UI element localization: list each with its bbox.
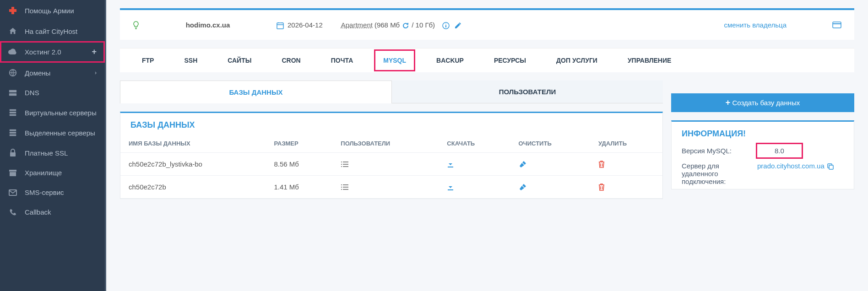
refresh-icon[interactable]	[402, 21, 409, 29]
svg-rect-10	[9, 170, 16, 172]
download-icon[interactable]	[447, 182, 454, 191]
sidebar-label: SMS-сервис	[25, 189, 64, 196]
sidebar-label: На сайт CityHost	[25, 27, 77, 35]
chevron-right-icon: ›	[95, 70, 97, 76]
plus-icon[interactable]: +	[92, 47, 97, 57]
delete-icon[interactable]	[598, 182, 605, 191]
info-icon[interactable]	[442, 21, 450, 29]
tab-manage[interactable]: УПРАВЛЕНИЕ	[618, 48, 681, 72]
remote-server-value: prado.cityhost.com.ua	[757, 162, 844, 170]
svg-rect-13	[277, 23, 283, 29]
svg-rect-6	[10, 129, 16, 131]
cloud-icon	[8, 48, 17, 56]
mail-icon	[8, 189, 17, 196]
col-users: ПОЛЬЗОВАТЕЛИ	[332, 135, 439, 153]
subtab-databases[interactable]: БАЗЫ ДАННЫХ	[120, 81, 392, 103]
svg-rect-3	[10, 109, 16, 111]
svg-rect-2	[9, 93, 16, 95]
remote-server-label: Сервер для удаленного подключения:	[682, 162, 757, 185]
sidebar-item-army-help[interactable]: Помощь Армии	[0, 0, 105, 21]
layers-icon	[8, 108, 17, 117]
clear-icon[interactable]	[519, 159, 527, 168]
expiry-date: 2026-04-12	[277, 21, 323, 29]
tariff-name[interactable]: Apartment	[341, 21, 373, 29]
tariff-info: Apartment (968 Мб / 10 Гб)	[341, 21, 461, 29]
tab-ftp[interactable]: FTP	[132, 48, 164, 72]
sidebar-label: Домены	[25, 69, 50, 77]
table-row: ch50e2c72b 1.41 Мб	[120, 176, 662, 199]
tab-sites[interactable]: САЙТЫ	[217, 48, 261, 72]
phone-icon	[8, 209, 17, 216]
db-name: ch50e2c72b	[120, 176, 266, 199]
col-clear: ОЧИСТИТЬ	[510, 135, 590, 153]
sidebar: Помощь Армии На сайт CityHost Хостинг 2.…	[0, 0, 106, 291]
lock-icon	[8, 149, 17, 157]
db-size: 1.41 Мб	[266, 176, 332, 199]
info-panel: ИНФОРМАЦИЯ! Версия MySQL: 8.0 Сервер для…	[671, 120, 854, 189]
svg-rect-4	[10, 112, 16, 113]
tab-resources[interactable]: РЕСУРСЫ	[484, 48, 536, 72]
archive-icon	[8, 169, 17, 177]
server-icon	[8, 89, 17, 97]
sidebar-item-dedicated[interactable]: Выделенные серверы	[0, 123, 105, 143]
databases-panel-title: БАЗЫ ДАННЫХ	[120, 113, 662, 135]
download-icon[interactable]	[447, 159, 454, 168]
svg-rect-9	[10, 152, 16, 156]
clear-icon[interactable]	[519, 182, 527, 191]
lightbulb-icon[interactable]	[133, 21, 139, 29]
create-db-button[interactable]: + Создать базу данных	[671, 93, 854, 112]
sidebar-label: Выделенные серверы	[25, 129, 95, 137]
databases-table: ИМЯ БАЗЫ ДАННЫХ РАЗМЕР ПОЛЬЗОВАТЕЛИ СКАЧ…	[120, 135, 662, 199]
main-content: hodimo.cx.ua 2026-04-12 Apartment (968 М…	[106, 0, 868, 291]
sidebar-label: Callback	[25, 208, 51, 216]
tab-mysql[interactable]: MYSQL	[373, 48, 416, 72]
tariff-total: / 10 Гб)	[412, 21, 435, 29]
sidebar-item-dns[interactable]: DNS	[0, 83, 105, 102]
table-row: ch50e2c72b_lystivka-bo 8.56 Мб	[120, 153, 662, 176]
hosting-tabs: FTP SSH САЙТЫ CRON ПОЧТА MYSQL BACKUP РЕ…	[120, 48, 854, 72]
sidebar-item-cityhost[interactable]: На сайт CityHost	[0, 21, 105, 41]
db-size: 8.56 Мб	[266, 153, 332, 176]
expiry-date-value: 2026-04-12	[288, 21, 323, 29]
rack-icon	[8, 129, 17, 137]
col-download: СКАЧАТЬ	[439, 135, 510, 153]
hosting-domain: hodimo.cx.ua	[157, 21, 258, 29]
tab-extras[interactable]: ДОП УСЛУГИ	[546, 48, 608, 72]
tab-mail[interactable]: ПОЧТА	[321, 48, 363, 72]
tab-backup[interactable]: BACKUP	[426, 48, 474, 72]
mysql-version-row: Версия MySQL: 8.0	[672, 143, 854, 158]
info-panel-title: ИНФОРМАЦИЯ!	[672, 122, 854, 143]
sidebar-item-storage[interactable]: Хранилище	[0, 163, 105, 183]
sidebar-item-vps[interactable]: Виртуальные серверы	[0, 102, 105, 123]
hosting-info-card: hodimo.cx.ua 2026-04-12 Apartment (968 М…	[120, 8, 854, 40]
sidebar-item-callback[interactable]: Callback	[0, 202, 105, 222]
copy-icon[interactable]	[827, 162, 834, 170]
change-owner-link[interactable]: сменить владельца	[724, 21, 787, 29]
sidebar-item-sms[interactable]: SMS-сервис	[0, 183, 105, 202]
globe-icon	[8, 69, 17, 77]
subtab-users[interactable]: ПОЛЬЗОВАТЕЛИ	[392, 81, 663, 103]
users-icon[interactable]	[341, 182, 349, 191]
col-delete: УДАЛИТЬ	[590, 135, 662, 153]
delete-icon[interactable]	[598, 159, 605, 168]
tab-cron[interactable]: CRON	[271, 48, 310, 72]
svg-rect-16	[829, 165, 833, 169]
create-db-label: Создать базу данных	[732, 99, 800, 107]
edit-icon[interactable]	[454, 21, 461, 29]
mysql-version-label: Версия MySQL:	[682, 147, 757, 155]
sidebar-label: Помощь Армии	[25, 7, 74, 15]
sidebar-item-hosting[interactable]: Хостинг 2.0 +	[0, 41, 105, 63]
tariff-used: (968 Мб	[374, 21, 400, 29]
card-icon[interactable]	[832, 20, 841, 30]
sidebar-label: Хранилище	[25, 169, 62, 177]
sidebar-label: DNS	[25, 89, 39, 97]
tab-ssh[interactable]: SSH	[174, 48, 207, 72]
users-icon[interactable]	[341, 159, 349, 168]
plus-cross-icon	[8, 6, 17, 15]
mysql-version-value: 8.0	[757, 144, 802, 157]
svg-rect-7	[10, 132, 16, 134]
svg-rect-1	[9, 90, 16, 92]
sidebar-item-ssl[interactable]: Платные SSL	[0, 143, 105, 163]
sidebar-item-domains[interactable]: Домены ›	[0, 63, 105, 83]
col-size: РАЗМЕР	[266, 135, 332, 153]
